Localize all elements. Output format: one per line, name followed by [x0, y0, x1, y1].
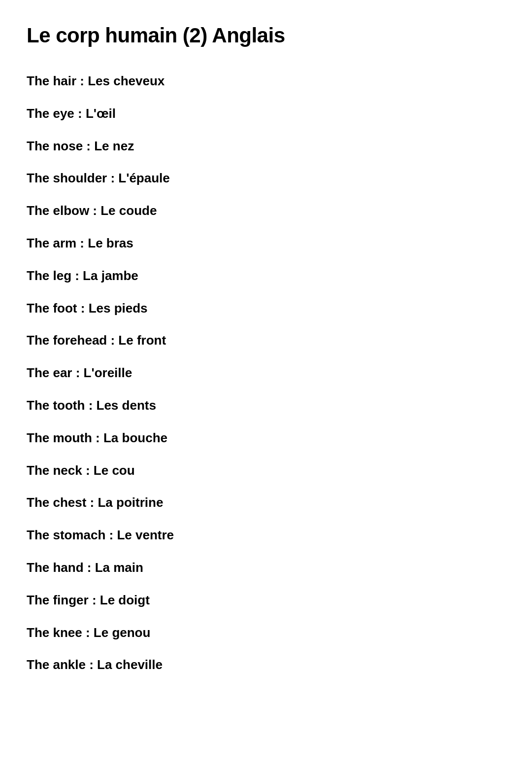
- list-item: The arm : Le bras: [27, 227, 505, 260]
- list-item: The mouth : La bouche: [27, 422, 505, 455]
- list-item: The elbow : Le coude: [27, 195, 505, 227]
- page-title: Le corp humain (2) Anglais: [27, 24, 505, 47]
- list-item: The ear : L'oreille: [27, 357, 505, 389]
- list-item: The ankle : La cheville: [27, 649, 505, 681]
- list-item: The eye : L'œil: [27, 98, 505, 130]
- list-item: The stomach : Le ventre: [27, 519, 505, 552]
- list-item: The foot : Les pieds: [27, 292, 505, 325]
- list-item: The forehead : Le front: [27, 324, 505, 357]
- list-item: The leg : La jambe: [27, 260, 505, 292]
- list-item: The chest : La poitrine: [27, 487, 505, 519]
- list-item: The tooth : Les dents: [27, 389, 505, 422]
- list-item: The hair : Les cheveux: [27, 65, 505, 98]
- list-item: The hand : La main: [27, 552, 505, 584]
- list-item: The neck : Le cou: [27, 455, 505, 487]
- list-item: The finger : Le doigt: [27, 584, 505, 617]
- list-item: The nose : Le nez: [27, 130, 505, 163]
- vocabulary-list: The hair : Les cheveuxThe eye : L'œilThe…: [27, 65, 505, 681]
- list-item: The knee : Le genou: [27, 617, 505, 649]
- list-item: The shoulder : L'épaule: [27, 162, 505, 195]
